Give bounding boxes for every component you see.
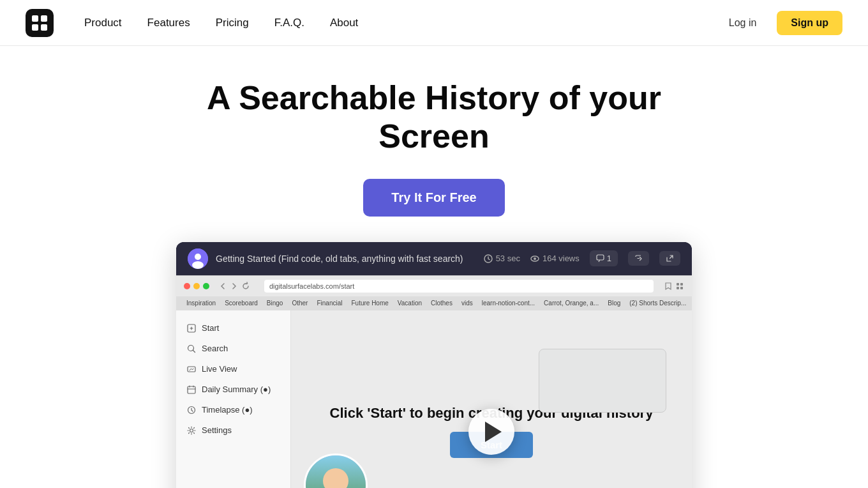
navbar: Product Features Pricing F.A.Q. About Lo… (0, 0, 868, 46)
svg-rect-0 (26, 9, 54, 37)
bookmark-shorts: (2) Shorts Descrip... (627, 298, 689, 308)
sidebar-search-icon (186, 344, 197, 354)
sidebar-search[interactable]: Search (176, 339, 290, 359)
cta-button[interactable]: Try It For Free (363, 179, 504, 217)
bookmark-vacation: Vacation (395, 298, 424, 308)
bookmark-notion: learn-notion-cont... (479, 298, 537, 308)
video-duration: 53 sec (484, 254, 520, 263)
browser-content: Start Search Live View Daily Summary (●) (176, 310, 692, 488)
open-button[interactable] (659, 251, 680, 266)
svg-rect-12 (677, 283, 679, 286)
video-avatar (188, 248, 208, 269)
sidebar-settings[interactable]: Settings (176, 420, 290, 441)
video-title-text: Getting Started (Find code, old tabs, an… (216, 254, 463, 264)
sidebar-settings-label: Settings (202, 425, 232, 435)
login-button[interactable]: Log in (719, 12, 767, 34)
browser-bar: digitalsurfacelabs.com/start (176, 276, 692, 296)
nav-about[interactable]: About (320, 11, 368, 34)
svg-point-10 (534, 257, 536, 260)
dot-fullscreen (203, 283, 209, 289)
nav-actions: Log in Sign up (719, 11, 842, 35)
avatar-head (323, 468, 348, 488)
sidebar-liveview[interactable]: Live View (176, 359, 290, 379)
svg-rect-2 (41, 15, 47, 22)
comment-count: 1 (607, 254, 611, 263)
hero-title: A Searchable History of your Screen (185, 79, 683, 156)
svg-point-7 (192, 261, 204, 269)
sidebar-daily-icon (186, 385, 197, 395)
bookmark-icon (664, 282, 673, 291)
refresh-icon (241, 282, 250, 291)
sidebar-start-icon (186, 323, 197, 333)
start-modal (539, 349, 666, 413)
nav-faq[interactable]: F.A.Q. (264, 11, 315, 34)
bookmark-inspiration: Inspiration (184, 298, 218, 308)
video-top-bar: Getting Started (Find code, old tabs, an… (176, 242, 692, 275)
sidebar-timelapse[interactable]: Timelapse (●) (176, 400, 290, 420)
sidebar-timelapse-label: Timelapse (●) (202, 405, 253, 415)
svg-rect-15 (680, 287, 683, 289)
share-link-button[interactable] (628, 251, 649, 266)
svg-rect-13 (680, 283, 683, 286)
avatar-person (306, 455, 366, 488)
comment-button[interactable]: 1 (590, 250, 618, 266)
sidebar-start-label: Start (202, 323, 219, 333)
bookmark-futurehome: Future Home (348, 298, 391, 308)
dot-minimize (193, 283, 200, 289)
bookmark-blog: Blog (605, 298, 623, 308)
bookmark-clothes: Clothes (428, 298, 455, 308)
sidebar-daily-label: Daily Summary (●) (202, 385, 271, 394)
nav-product[interactable]: Product (74, 11, 132, 34)
browser-dots (184, 283, 209, 289)
svg-rect-19 (188, 386, 195, 393)
extensions-icon (675, 282, 684, 291)
hero-section: A Searchable History of your Screen Try … (0, 46, 868, 488)
browser-mockup: digitalsurfacelabs.com/start Inspiration… (176, 275, 692, 488)
sidebar-daily[interactable]: Daily Summary (●) (176, 379, 290, 400)
sidebar-start[interactable]: Start (176, 318, 290, 339)
video-bottom-avatar (304, 454, 368, 488)
back-icon (218, 282, 227, 291)
forward-icon (230, 282, 239, 291)
video-container[interactable]: Getting Started (Find code, old tabs, an… (176, 242, 692, 488)
nav-links: Product Features Pricing F.A.Q. About (74, 11, 719, 34)
bookmark-carrot: Carrot, Orange, a... (541, 298, 601, 308)
views-text: 164 views (542, 254, 580, 263)
duration-text: 53 sec (496, 254, 520, 263)
sidebar-liveview-icon (186, 364, 197, 374)
bookmark-vids: vids (459, 298, 475, 308)
nav-pricing[interactable]: Pricing (206, 11, 259, 34)
bookmark-scoreboard: Scoreboard (222, 298, 260, 308)
browser-start-button[interactable]: Start (450, 432, 533, 458)
dot-close (184, 283, 190, 289)
bookmark-other: Other (289, 298, 310, 308)
nav-features[interactable]: Features (137, 11, 200, 34)
bookmark-bingo: Bingo (264, 298, 286, 308)
browser-main-area: Click 'Start' to begin creating your dig… (291, 310, 692, 488)
svg-point-21 (190, 429, 193, 432)
svg-rect-3 (32, 24, 38, 31)
svg-rect-1 (32, 15, 38, 22)
svg-rect-4 (41, 24, 47, 31)
signup-button[interactable]: Sign up (777, 11, 842, 35)
logo[interactable] (26, 9, 54, 37)
video-top-bar-right: 53 sec 164 views 1 (484, 250, 680, 266)
svg-rect-14 (677, 287, 679, 289)
svg-rect-11 (597, 255, 604, 260)
sidebar-liveview-label: Live View (202, 364, 237, 374)
browser-url[interactable]: digitalsurfacelabs.com/start (264, 280, 654, 293)
browser-sidebar: Start Search Live View Daily Summary (●) (176, 310, 291, 488)
sidebar-search-label: Search (202, 344, 228, 353)
svg-point-6 (195, 254, 201, 260)
video-views: 164 views (530, 254, 580, 263)
sidebar-timelapse-icon (186, 405, 197, 415)
sidebar-settings-icon (186, 425, 197, 436)
video-top-bar-left: Getting Started (Find code, old tabs, an… (188, 248, 463, 269)
bookmark-financial: Financial (314, 298, 345, 308)
browser-bookmarks: Inspiration Scoreboard Bingo Other Finan… (176, 296, 692, 310)
